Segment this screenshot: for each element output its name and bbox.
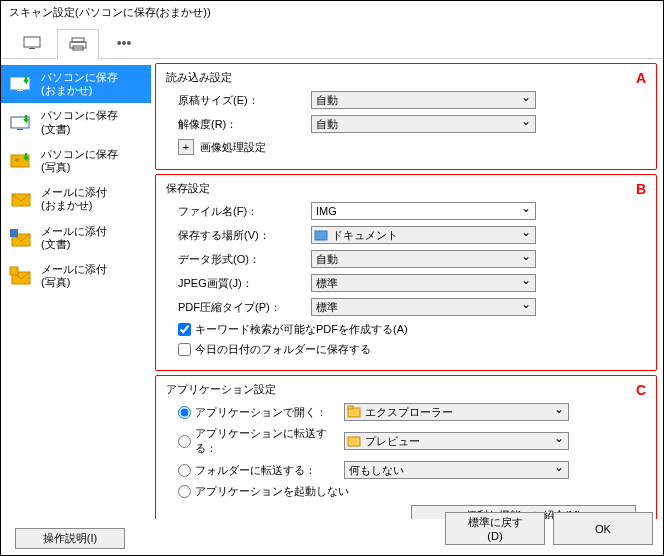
select-resolution[interactable]: 自動 bbox=[311, 115, 536, 133]
ok-button[interactable]: OK bbox=[553, 512, 653, 545]
monitor-down-icon bbox=[9, 113, 33, 133]
label-no-app: アプリケーションを起動しない bbox=[195, 484, 349, 499]
label-send-folder: フォルダーに転送する： bbox=[195, 463, 340, 478]
tab-monitor[interactable] bbox=[11, 28, 53, 58]
folder-doc-icon bbox=[314, 228, 328, 242]
select-size[interactable]: 自動 bbox=[311, 91, 536, 109]
select-send-app[interactable]: プレビュー bbox=[344, 432, 569, 450]
select-filename[interactable]: IMG bbox=[311, 202, 536, 220]
svg-rect-0 bbox=[24, 37, 40, 47]
label-format: データ形式(O)： bbox=[166, 252, 311, 267]
label-location: 保存する場所(V)： bbox=[166, 228, 311, 243]
sidebar-label: メールに添付 (写真) bbox=[41, 263, 107, 289]
sidebar-label: パソコンに保存 (おまかせ) bbox=[41, 71, 118, 97]
ellipsis-icon: ••• bbox=[117, 35, 132, 51]
label-open-app: アプリケーションで開く： bbox=[195, 405, 340, 420]
select-send-folder[interactable]: 何もしない bbox=[344, 461, 569, 479]
svg-rect-18 bbox=[348, 406, 353, 409]
svg-rect-8 bbox=[17, 129, 23, 130]
sidebar-item-save-doc[interactable]: パソコンに保存 (文書) bbox=[1, 103, 151, 141]
preview-icon bbox=[347, 434, 361, 448]
group-letter-c: C bbox=[636, 382, 646, 398]
svg-rect-6 bbox=[17, 90, 23, 91]
select-format[interactable]: 自動 bbox=[311, 250, 536, 268]
group-save-settings: 保存設定 B ファイル名(F)： IMG 保存する場所(V)： ドキュメント デ… bbox=[155, 174, 657, 371]
select-location[interactable]: ドキュメント bbox=[311, 226, 536, 244]
svg-rect-1 bbox=[29, 48, 35, 49]
monitor-down-icon bbox=[9, 74, 33, 94]
group-title: アプリケーション設定 bbox=[166, 382, 646, 397]
sidebar: パソコンに保存 (おまかせ) パソコンに保存 (文書) パソコンに保存 (写真)… bbox=[1, 59, 151, 519]
window-title: スキャン設定(パソコンに保存(おまかせ)) bbox=[1, 1, 663, 24]
label-searchable-pdf: キーワード検索が可能なPDFを作成する(A) bbox=[195, 322, 408, 337]
sidebar-label: メールに添付 (おまかせ) bbox=[41, 186, 107, 212]
label-pdf: PDF圧縮タイプ(P)： bbox=[166, 300, 311, 315]
checkbox-searchable-pdf[interactable] bbox=[178, 323, 191, 336]
svg-rect-13 bbox=[10, 229, 18, 237]
sidebar-label: メールに添付 (文書) bbox=[41, 225, 107, 251]
label-filename: ファイル名(F)： bbox=[166, 204, 311, 219]
label-image-proc: 画像処理設定 bbox=[200, 140, 266, 155]
tab-more[interactable]: ••• bbox=[103, 28, 145, 58]
explorer-icon bbox=[347, 405, 361, 419]
group-app-settings: アプリケーション設定 C アプリケーションで開く： エクスプローラー アプリケー… bbox=[155, 375, 657, 519]
svg-point-10 bbox=[15, 158, 19, 162]
toolbar: ••• bbox=[1, 24, 663, 59]
group-letter-b: B bbox=[636, 181, 646, 197]
label-send-app: アプリケーションに転送する： bbox=[195, 426, 340, 456]
svg-rect-2 bbox=[72, 38, 84, 42]
photo-down-icon bbox=[9, 151, 33, 171]
sidebar-item-mail-doc[interactable]: メールに添付 (文書) bbox=[1, 219, 151, 257]
select-pdf[interactable]: 標準 bbox=[311, 298, 536, 316]
svg-rect-19 bbox=[348, 437, 360, 446]
mail-icon bbox=[9, 189, 33, 209]
radio-send-folder[interactable] bbox=[178, 464, 191, 477]
expand-image-proc-button[interactable]: + bbox=[178, 139, 194, 155]
mail-photo-icon bbox=[9, 266, 33, 286]
select-jpeg[interactable]: 標準 bbox=[311, 274, 536, 292]
svg-rect-15 bbox=[10, 267, 18, 275]
radio-no-app[interactable] bbox=[178, 485, 191, 498]
radio-open-app[interactable] bbox=[178, 406, 191, 419]
label-resolution: 解像度(R)： bbox=[166, 117, 311, 132]
mail-doc-icon bbox=[9, 228, 33, 248]
sidebar-label: パソコンに保存 (文書) bbox=[41, 109, 118, 135]
svg-rect-16 bbox=[315, 231, 327, 240]
defaults-button[interactable]: 標準に戻す(D) bbox=[445, 512, 545, 545]
group-read-settings: 読み込み設定 A 原稿サイズ(E)： 自動 解像度(R)： 自動 + 画像処理設… bbox=[155, 63, 657, 170]
sidebar-label: パソコンに保存 (写真) bbox=[41, 148, 118, 174]
label-size: 原稿サイズ(E)： bbox=[166, 93, 311, 108]
group-letter-a: A bbox=[636, 70, 646, 86]
svg-rect-3 bbox=[70, 42, 86, 48]
sidebar-item-mail-photo[interactable]: メールに添付 (写真) bbox=[1, 257, 151, 295]
sidebar-item-save-auto[interactable]: パソコンに保存 (おまかせ) bbox=[1, 65, 151, 103]
sidebar-item-mail-auto[interactable]: メールに添付 (おまかせ) bbox=[1, 180, 151, 218]
radio-send-app[interactable] bbox=[178, 435, 191, 448]
group-title: 保存設定 bbox=[166, 181, 646, 196]
label-date-folder: 今日の日付のフォルダーに保存する bbox=[195, 342, 371, 357]
sidebar-item-save-photo[interactable]: パソコンに保存 (写真) bbox=[1, 142, 151, 180]
group-title: 読み込み設定 bbox=[166, 70, 646, 85]
label-jpeg: JPEG画質(J)： bbox=[166, 276, 311, 291]
checkbox-date-folder[interactable] bbox=[178, 343, 191, 356]
tab-printer[interactable] bbox=[57, 29, 99, 59]
select-open-app[interactable]: エクスプローラー bbox=[344, 403, 569, 421]
